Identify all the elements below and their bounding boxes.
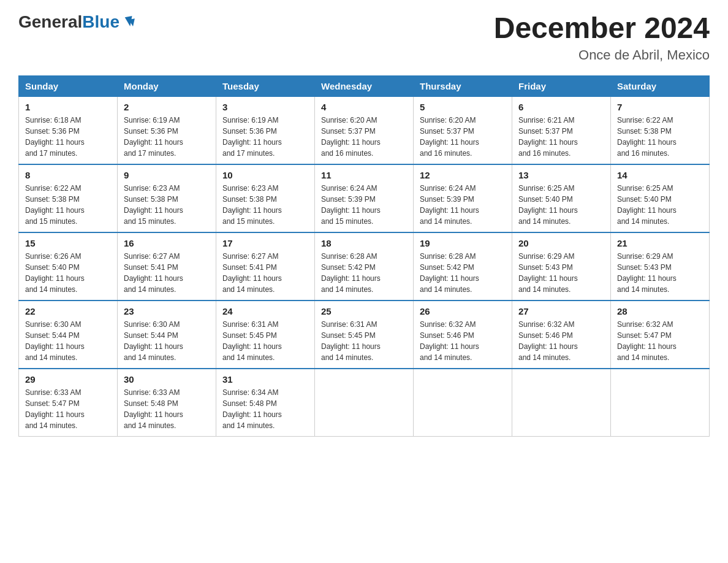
calendar-day-cell: 15Sunrise: 6:26 AMSunset: 5:40 PMDayligh…	[19, 232, 118, 301]
day-number: 3	[222, 102, 308, 112]
calendar-day-cell: 24Sunrise: 6:31 AMSunset: 5:45 PMDayligh…	[216, 301, 315, 369]
day-info: Sunrise: 6:28 AMSunset: 5:42 PMDaylight:…	[420, 251, 506, 295]
day-info: Sunrise: 6:32 AMSunset: 5:47 PMDaylight:…	[617, 319, 703, 363]
day-number: 21	[617, 238, 703, 248]
day-number: 16	[124, 238, 210, 248]
day-info: Sunrise: 6:20 AMSunset: 5:37 PMDaylight:…	[420, 115, 506, 159]
calendar-day-cell: 10Sunrise: 6:23 AMSunset: 5:38 PMDayligh…	[216, 164, 315, 232]
calendar-week-row: 1Sunrise: 6:18 AMSunset: 5:36 PMDaylight…	[19, 96, 710, 164]
day-info: Sunrise: 6:28 AMSunset: 5:42 PMDaylight:…	[321, 251, 407, 295]
calendar-header-row: SundayMondayTuesdayWednesdayThursdayFrid…	[19, 75, 710, 96]
day-number: 29	[25, 374, 111, 385]
day-number: 23	[124, 306, 210, 316]
day-number: 8	[25, 170, 111, 180]
day-number: 26	[420, 306, 506, 316]
calendar-day-cell: 26Sunrise: 6:32 AMSunset: 5:46 PMDayligh…	[414, 301, 512, 369]
day-info: Sunrise: 6:30 AMSunset: 5:44 PMDaylight:…	[25, 319, 111, 363]
day-number: 17	[222, 238, 308, 248]
calendar-day-cell: 29Sunrise: 6:33 AMSunset: 5:47 PMDayligh…	[19, 369, 118, 437]
day-info: Sunrise: 6:32 AMSunset: 5:46 PMDaylight:…	[420, 319, 506, 363]
calendar-weekday-header: Saturday	[611, 75, 710, 96]
day-info: Sunrise: 6:21 AMSunset: 5:37 PMDaylight:…	[518, 115, 604, 159]
calendar-week-row: 15Sunrise: 6:26 AMSunset: 5:40 PMDayligh…	[19, 232, 710, 301]
calendar-day-cell: 7Sunrise: 6:22 AMSunset: 5:38 PMDaylight…	[611, 96, 710, 164]
calendar-day-cell: 19Sunrise: 6:28 AMSunset: 5:42 PMDayligh…	[414, 232, 512, 301]
logo: General Blue	[18, 12, 138, 32]
day-number: 13	[518, 170, 604, 180]
month-title: December 2024	[494, 12, 710, 45]
day-number: 4	[321, 102, 407, 112]
day-number: 12	[420, 170, 506, 180]
calendar-day-cell: 12Sunrise: 6:24 AMSunset: 5:39 PMDayligh…	[414, 164, 512, 232]
day-info: Sunrise: 6:29 AMSunset: 5:43 PMDaylight:…	[617, 251, 703, 295]
day-info: Sunrise: 6:26 AMSunset: 5:40 PMDaylight:…	[25, 251, 111, 295]
day-info: Sunrise: 6:27 AMSunset: 5:41 PMDaylight:…	[124, 251, 210, 295]
day-number: 6	[518, 102, 604, 112]
calendar-day-cell: 21Sunrise: 6:29 AMSunset: 5:43 PMDayligh…	[611, 232, 710, 301]
day-info: Sunrise: 6:24 AMSunset: 5:39 PMDaylight:…	[321, 183, 407, 227]
day-number: 27	[518, 306, 604, 316]
page-header: General Blue December 2024 Once de Abril…	[18, 12, 710, 63]
logo-general-text: General	[18, 12, 82, 32]
day-info: Sunrise: 6:31 AMSunset: 5:45 PMDaylight:…	[222, 319, 308, 363]
calendar-weekday-header: Wednesday	[315, 75, 414, 96]
calendar-day-cell: 27Sunrise: 6:32 AMSunset: 5:46 PMDayligh…	[512, 301, 611, 369]
calendar-weekday-header: Thursday	[414, 75, 512, 96]
calendar-day-cell: 6Sunrise: 6:21 AMSunset: 5:37 PMDaylight…	[512, 96, 611, 164]
calendar-day-cell: 28Sunrise: 6:32 AMSunset: 5:47 PMDayligh…	[611, 301, 710, 369]
day-info: Sunrise: 6:24 AMSunset: 5:39 PMDaylight:…	[420, 183, 506, 227]
calendar-weekday-header: Tuesday	[216, 75, 315, 96]
day-number: 11	[321, 170, 407, 180]
calendar-day-cell: 8Sunrise: 6:22 AMSunset: 5:38 PMDaylight…	[19, 164, 118, 232]
day-number: 25	[321, 306, 407, 316]
calendar-day-cell: 16Sunrise: 6:27 AMSunset: 5:41 PMDayligh…	[118, 232, 216, 301]
calendar-day-cell: 11Sunrise: 6:24 AMSunset: 5:39 PMDayligh…	[315, 164, 414, 232]
day-number: 2	[124, 102, 210, 112]
calendar-week-row: 22Sunrise: 6:30 AMSunset: 5:44 PMDayligh…	[19, 301, 710, 369]
calendar-day-cell	[611, 369, 710, 437]
day-info: Sunrise: 6:31 AMSunset: 5:45 PMDaylight:…	[321, 319, 407, 363]
day-info: Sunrise: 6:25 AMSunset: 5:40 PMDaylight:…	[617, 183, 703, 227]
day-info: Sunrise: 6:23 AMSunset: 5:38 PMDaylight:…	[222, 183, 308, 227]
day-number: 7	[617, 102, 703, 112]
calendar-day-cell: 17Sunrise: 6:27 AMSunset: 5:41 PMDayligh…	[216, 232, 315, 301]
day-number: 15	[25, 238, 111, 248]
day-number: 14	[617, 170, 703, 180]
logo-icon	[121, 15, 138, 29]
logo-blue-text: Blue	[82, 12, 119, 32]
location-title: Once de Abril, Mexico	[494, 47, 710, 63]
day-info: Sunrise: 6:23 AMSunset: 5:38 PMDaylight:…	[124, 183, 210, 227]
day-number: 5	[420, 102, 506, 112]
day-info: Sunrise: 6:25 AMSunset: 5:40 PMDaylight:…	[518, 183, 604, 227]
calendar-day-cell: 13Sunrise: 6:25 AMSunset: 5:40 PMDayligh…	[512, 164, 611, 232]
calendar-day-cell: 14Sunrise: 6:25 AMSunset: 5:40 PMDayligh…	[611, 164, 710, 232]
calendar-day-cell: 30Sunrise: 6:33 AMSunset: 5:48 PMDayligh…	[118, 369, 216, 437]
calendar-day-cell: 22Sunrise: 6:30 AMSunset: 5:44 PMDayligh…	[19, 301, 118, 369]
day-number: 22	[25, 306, 111, 316]
calendar-table: SundayMondayTuesdayWednesdayThursdayFrid…	[18, 75, 710, 437]
day-info: Sunrise: 6:19 AMSunset: 5:36 PMDaylight:…	[124, 115, 210, 159]
calendar-day-cell: 25Sunrise: 6:31 AMSunset: 5:45 PMDayligh…	[315, 301, 414, 369]
day-number: 18	[321, 238, 407, 248]
calendar-week-row: 29Sunrise: 6:33 AMSunset: 5:47 PMDayligh…	[19, 369, 710, 437]
calendar-day-cell: 4Sunrise: 6:20 AMSunset: 5:37 PMDaylight…	[315, 96, 414, 164]
day-number: 31	[222, 374, 308, 385]
header-right: December 2024 Once de Abril, Mexico	[494, 12, 710, 63]
calendar-day-cell: 9Sunrise: 6:23 AMSunset: 5:38 PMDaylight…	[118, 164, 216, 232]
calendar-day-cell: 31Sunrise: 6:34 AMSunset: 5:48 PMDayligh…	[216, 369, 315, 437]
logo-blue-part: Blue	[82, 12, 138, 32]
calendar-weekday-header: Sunday	[19, 75, 118, 96]
calendar-day-cell: 18Sunrise: 6:28 AMSunset: 5:42 PMDayligh…	[315, 232, 414, 301]
calendar-day-cell	[512, 369, 611, 437]
day-number: 9	[124, 170, 210, 180]
calendar-day-cell: 1Sunrise: 6:18 AMSunset: 5:36 PMDaylight…	[19, 96, 118, 164]
day-info: Sunrise: 6:18 AMSunset: 5:36 PMDaylight:…	[25, 115, 111, 159]
calendar-week-row: 8Sunrise: 6:22 AMSunset: 5:38 PMDaylight…	[19, 164, 710, 232]
day-info: Sunrise: 6:29 AMSunset: 5:43 PMDaylight:…	[518, 251, 604, 295]
day-info: Sunrise: 6:22 AMSunset: 5:38 PMDaylight:…	[617, 115, 703, 159]
day-info: Sunrise: 6:22 AMSunset: 5:38 PMDaylight:…	[25, 183, 111, 227]
calendar-day-cell: 23Sunrise: 6:30 AMSunset: 5:44 PMDayligh…	[118, 301, 216, 369]
day-number: 28	[617, 306, 703, 316]
calendar-day-cell	[414, 369, 512, 437]
day-number: 20	[518, 238, 604, 248]
